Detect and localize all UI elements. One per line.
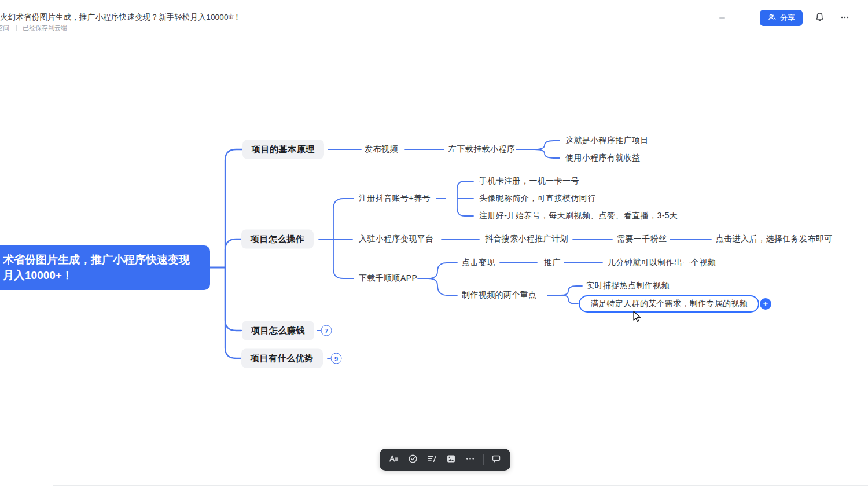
- collapsed-count-badge[interactable]: 7: [321, 325, 332, 336]
- node-need-1000-followers[interactable]: 需要一千粉丝: [617, 234, 667, 244]
- mindmap-app: 火幻术省份图片生成，推广小程序快速变现？新手轻松月入10000+！ ☆ 空间 已…: [0, 0, 868, 488]
- outline-note-button[interactable]: [424, 452, 440, 468]
- save-status: 已经保存到云端: [23, 24, 67, 32]
- root-node-line2: 月入10000+！: [3, 267, 210, 283]
- share-button-label: 分享: [780, 13, 795, 23]
- node-join-monetize-platform[interactable]: 入驻小程序变现平台: [359, 234, 434, 244]
- node-two-key-points[interactable]: 制作视频的两个重点: [462, 290, 537, 300]
- notifications-button[interactable]: [811, 9, 828, 27]
- node-use-miniprogram-income[interactable]: 使用小程序有就收益: [565, 153, 641, 163]
- divider: [16, 25, 17, 31]
- toolbar-more-button[interactable]: [462, 452, 479, 468]
- mouse-cursor: [633, 311, 645, 326]
- node-warm-up-account[interactable]: 注册好-开始养号，每天刷视频、点赞、看直播，3-5天: [479, 211, 678, 221]
- node-douyin-search-plan[interactable]: 抖音搜索小程推广计划: [485, 234, 568, 244]
- comment-button[interactable]: [488, 452, 505, 468]
- collapsed-count-badge[interactable]: 9: [331, 353, 342, 364]
- node-download-attach-miniprogram[interactable]: 左下载挂载小程序: [448, 144, 515, 155]
- outline-note-icon: [426, 453, 437, 466]
- document-title[interactable]: 火幻术省份图片生成，推广小程序快速变现？新手轻松月入10000+！: [0, 12, 241, 23]
- node-phone-card-register[interactable]: 手机卡注册，一机一卡一号: [479, 176, 579, 186]
- text-style-icon: [388, 453, 399, 466]
- node-few-minutes-make-video[interactable]: 几分钟就可以制作出一个视频: [608, 258, 716, 268]
- node-click-enter-select-task[interactable]: 点击进入后，选择任务发布即可: [716, 234, 833, 244]
- top-bar: 火幻术省份图片生成，推广小程序快速变现？新手轻松月入10000+！ ☆ 空间 已…: [0, 0, 868, 36]
- divider: [862, 10, 862, 26]
- root-node-line1: 术省份图片生成，推广小程序快速变现: [3, 252, 210, 267]
- bell-icon: [814, 12, 825, 24]
- header-controls: 分享: [719, 0, 862, 36]
- breadcrumb: 空间 已经保存到云端: [0, 24, 67, 32]
- comment-icon: [491, 453, 502, 466]
- task-check-icon: [407, 453, 418, 466]
- topic-node-how-to-earn[interactable]: 项目怎么赚钱: [242, 321, 314, 340]
- text-style-button[interactable]: [385, 452, 402, 468]
- node-click-monetize[interactable]: 点击变现: [462, 258, 495, 268]
- node-catch-hot-topics[interactable]: 实时捕捉热点制作视频: [586, 281, 670, 291]
- divider: [483, 454, 484, 465]
- node-promotion[interactable]: 推广: [544, 258, 561, 268]
- node-publish-video[interactable]: 发布视频: [365, 144, 398, 155]
- bottom-toolbar: [380, 449, 510, 471]
- ellipsis-icon: [840, 12, 850, 24]
- workspace-label[interactable]: 空间: [0, 24, 9, 32]
- root-node[interactable]: 术省份图片生成，推广小程序快速变现 月入10000+！: [0, 245, 210, 290]
- share-people-icon: [767, 13, 777, 24]
- node-avatar-nickname-bio[interactable]: 头像昵称简介，可直接模仿同行: [479, 193, 596, 204]
- image-icon: [446, 453, 457, 466]
- topic-node-basic-principle[interactable]: 项目的基本原理: [242, 140, 324, 159]
- topic-node-how-to-operate[interactable]: 项目怎么操作: [241, 230, 314, 249]
- more-icon: [465, 453, 476, 466]
- task-check-button[interactable]: [404, 452, 421, 468]
- node-download-app[interactable]: 下载千顺顺APP: [359, 273, 417, 284]
- star-icon[interactable]: ☆: [227, 12, 235, 21]
- node-register-douyin-account[interactable]: 注册抖音账号+养号: [359, 193, 431, 204]
- more-menu-button[interactable]: [836, 9, 854, 27]
- insert-image-button[interactable]: [443, 452, 459, 468]
- node-this-is-promotion-project[interactable]: 这就是小程序推广项目: [565, 135, 649, 146]
- topic-node-advantages[interactable]: 项目有什么优势: [241, 349, 323, 368]
- divider: [53, 485, 868, 486]
- add-child-node-button[interactable]: +: [760, 298, 771, 310]
- share-button[interactable]: 分享: [760, 10, 803, 26]
- collapsed-control-icon: [719, 17, 725, 19]
- node-specific-audience-selected[interactable]: 满足特定人群的某个需求，制作专属的视频: [579, 295, 759, 313]
